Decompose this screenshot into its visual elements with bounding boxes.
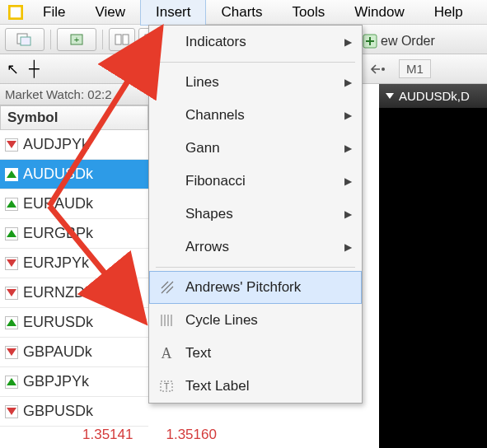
price-row: 1.35141 1.35160	[0, 427, 148, 448]
arrow-down-icon	[5, 138, 18, 152]
menu-text-label[interactable]: T Text Label	[149, 370, 362, 403]
menu-arrows[interactable]: Arrows▶	[149, 231, 362, 264]
crosshair-icon[interactable]: ┼	[29, 60, 40, 77]
cursor-icon[interactable]: ↖	[7, 60, 19, 78]
menu-gann[interactable]: Gann▶	[149, 132, 362, 165]
symbol-row[interactable]: GBPUSDk	[0, 397, 148, 427]
svg-point-13	[382, 68, 385, 71]
arrow-up-icon	[5, 198, 18, 211]
arrow-up-icon	[5, 168, 18, 181]
shift-icon[interactable]	[369, 62, 387, 77]
svg-rect-1	[11, 7, 21, 17]
pitchfork-icon	[158, 278, 176, 296]
chart-title: AUDUSDk,D	[399, 89, 470, 103]
insert-dropdown: Indicators▶ Lines▶ Channels▶ Gann▶ Fibon…	[148, 25, 363, 404]
ask-price: 1.35160	[166, 427, 216, 448]
symbol-name: GBPAUDk	[23, 343, 92, 361]
left-panel: ↖ ┼ Market Watch: 02:2 Symbol AUDJPYk AU…	[0, 54, 148, 448]
symbol-name: AUDJPYk	[23, 136, 89, 153]
submenu-arrow-icon: ▶	[344, 175, 352, 187]
timeframe-m1[interactable]: M1	[399, 59, 431, 78]
svg-rect-6	[115, 35, 121, 44]
arrow-down-icon	[5, 405, 18, 418]
submenu-arrow-icon: ▶	[344, 241, 352, 253]
submenu-arrow-icon: ▶	[344, 142, 352, 154]
menu-file[interactable]: File	[28, 0, 80, 25]
symbol-row[interactable]: GBPAUDk	[0, 338, 148, 367]
menu-separator	[156, 267, 355, 268]
drawing-toolbar: ↖ ┼	[0, 54, 148, 84]
menu-text[interactable]: A Text	[149, 337, 362, 370]
arrow-down-icon	[5, 257, 18, 270]
menu-shapes[interactable]: Shapes▶	[149, 198, 362, 231]
text-icon: A	[157, 344, 176, 362]
symbol-name: EURAUDk	[23, 195, 93, 212]
symbol-name: EURUSDk	[23, 314, 93, 331]
menu-tools[interactable]: Tools	[278, 0, 340, 25]
app-logo-icon	[8, 5, 23, 20]
mw-toggle-button[interactable]	[109, 28, 135, 51]
toolbar-separator	[102, 30, 103, 49]
toolbar-separator	[50, 30, 51, 49]
menu-view[interactable]: View	[80, 0, 140, 25]
bid-price: 1.35141	[82, 427, 133, 448]
symbol-name: GBPJPYk	[23, 373, 89, 390]
symbol-name: EURNZDk	[23, 284, 92, 301]
menu-charts[interactable]: Charts	[206, 0, 277, 25]
symbol-name: EURGBPk	[23, 225, 93, 242]
symbol-row[interactable]: AUDJPYk	[0, 130, 148, 160]
menu-indicators[interactable]: Indicators▶	[149, 26, 362, 58]
symbol-row[interactable]: EURUSDk	[0, 308, 148, 338]
symbol-row[interactable]: EURJPYk	[0, 249, 148, 278]
menu-window[interactable]: Window	[339, 0, 419, 25]
symbol-name: GBPUSDk	[23, 403, 93, 420]
text-label-icon: T	[157, 377, 176, 395]
dropdown-icon	[386, 93, 394, 99]
arrow-up-icon	[5, 227, 18, 240]
submenu-arrow-icon: ▶	[344, 208, 352, 220]
svg-rect-7	[123, 35, 129, 44]
symbol-row[interactable]: AUDUSDk	[0, 160, 148, 189]
submenu-arrow-icon: ▶	[344, 36, 352, 48]
submenu-arrow-icon: ▶	[344, 110, 352, 121]
menu-lines[interactable]: Lines▶	[149, 66, 362, 99]
arrow-down-icon	[5, 287, 18, 300]
menu-insert[interactable]: Insert	[140, 0, 207, 26]
chart-area: M1 AUDUSDk,D	[363, 54, 487, 448]
menu-channels[interactable]: Channels▶	[149, 99, 362, 132]
chart-toolbar: M1	[363, 54, 487, 84]
new-order-button[interactable]: ew Order	[363, 30, 435, 53]
svg-text:T: T	[164, 381, 170, 391]
chart-window[interactable]: AUDUSDk,D	[379, 84, 487, 448]
menu-bar: File View Insert Charts Tools Window Hel…	[0, 0, 487, 25]
arrow-up-icon	[5, 376, 18, 389]
symbol-row[interactable]: EURAUDk	[0, 189, 148, 219]
market-watch-header: Market Watch: 02:2	[0, 84, 148, 105]
arrow-down-icon	[5, 346, 18, 359]
new-chart-button[interactable]	[5, 28, 44, 51]
symbol-row[interactable]: GBPJPYk	[0, 367, 148, 397]
menu-help[interactable]: Help	[419, 0, 478, 25]
chart-tab[interactable]: AUDUSDk,D	[379, 84, 487, 109]
profiles-button[interactable]: +	[57, 28, 96, 51]
arrow-up-icon	[5, 316, 18, 329]
symbol-column-header[interactable]: Symbol	[0, 105, 148, 130]
svg-rect-3	[21, 37, 30, 45]
menu-separator	[156, 62, 355, 63]
symbol-row[interactable]: EURGBPk	[0, 219, 148, 249]
symbol-name: EURJPYk	[23, 254, 89, 272]
menu-cycle-lines[interactable]: Cycle Lines	[149, 304, 362, 337]
symbol-name: AUDUSDk	[23, 166, 93, 183]
menu-andrews-pitchfork[interactable]: Andrews' Pitchfork	[149, 271, 362, 304]
cycle-lines-icon	[157, 311, 176, 329]
plus-icon	[363, 34, 377, 49]
symbol-row[interactable]: EURNZDk	[0, 278, 148, 308]
submenu-arrow-icon: ▶	[344, 77, 352, 88]
menu-fibonacci[interactable]: Fibonacci▶	[149, 165, 362, 198]
svg-text:+: +	[74, 35, 79, 44]
new-order-label: ew Order	[381, 34, 435, 49]
